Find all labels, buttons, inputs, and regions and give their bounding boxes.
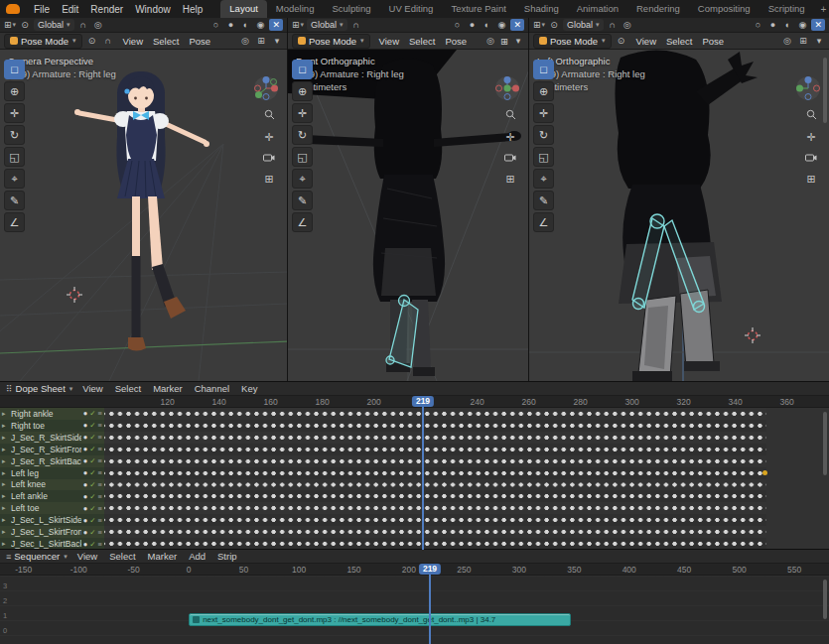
keyframe-area[interactable] (104, 408, 829, 550)
dope-menu-item-marker[interactable]: Marker (147, 383, 189, 394)
viewport-canvas-front[interactable]: Front Orthographic (219) Armature : Righ… (288, 50, 528, 381)
channel-lock-icon[interactable]: ≡ (98, 528, 102, 537)
zoom-icon[interactable] (805, 109, 817, 122)
channel-row-j-sec-r-skirtfront[interactable]: ▸J_Sec_R_SkirtFront●✓≡ (0, 444, 104, 455)
wireframe-character[interactable] (288, 50, 528, 381)
measure-tool[interactable]: ∠ (533, 212, 554, 232)
workspace-tab-layout[interactable]: Layout (220, 0, 267, 18)
expand-icon[interactable]: ▸ (2, 446, 9, 453)
keyframe-row[interactable] (104, 526, 766, 538)
viewport-canvas-left[interactable]: Left Orthographic (219) Armature : Right… (529, 50, 829, 381)
annotate-tool[interactable]: ✎ (533, 191, 554, 210)
shading-solid-icon[interactable]: ● (466, 19, 478, 31)
channel-row-j-sec-r-skirtback[interactable]: ▸J_Sec_R_SkirtBack●✓≡ (0, 455, 104, 467)
overlays-icon[interactable]: ◎ (239, 35, 251, 47)
shading-render-icon[interactable]: ◉ (796, 19, 808, 31)
viewport-scrollbar[interactable] (823, 58, 827, 123)
shading-material-icon[interactable]: ◐ (481, 19, 492, 31)
keyed-state-icon[interactable]: ● (83, 421, 88, 430)
menu-item-help[interactable]: Help (177, 2, 209, 17)
dope-menu-item-select[interactable]: Select (109, 383, 147, 394)
channel-enable-checkbox[interactable]: ✓ (89, 445, 95, 453)
gizmo-toggle-icon[interactable]: ⊙ (548, 19, 560, 31)
channel-enable-checkbox[interactable]: ✓ (89, 456, 95, 465)
shading-render-icon[interactable]: ◉ (495, 19, 507, 31)
channel-row-j-sec-l-skirtfront[interactable]: ▸J_Sec_L_SkirtFront●✓≡ (0, 526, 104, 538)
expand-icon[interactable]: ▸ (2, 528, 9, 536)
sequencer-menu-item-strip[interactable]: Strip (211, 551, 243, 562)
move-tool[interactable]: ✛ (533, 103, 554, 123)
expand-icon[interactable]: ▸ (2, 434, 9, 442)
channel-lock-icon[interactable]: ≡ (98, 480, 102, 489)
keyframe-row[interactable] (104, 408, 766, 420)
pan-icon[interactable]: ✛ (263, 132, 275, 143)
rotate-tool[interactable]: ↻ (4, 125, 25, 145)
ortho-toggle-icon[interactable]: ⊞ (805, 174, 817, 185)
channel-enable-checkbox[interactable]: ✓ (89, 409, 95, 418)
ortho-toggle-icon[interactable]: ⊞ (263, 174, 275, 185)
keyframe-row[interactable] (104, 479, 766, 491)
viewport-menu-item-select[interactable]: Select (404, 36, 440, 47)
keyed-state-icon[interactable]: ● (83, 433, 88, 442)
proportional-icon[interactable]: ◎ (622, 19, 633, 31)
viewport-menu-item-select[interactable]: Select (661, 36, 697, 47)
channel-lock-icon[interactable]: ≡ (98, 540, 102, 549)
channel-enable-checkbox[interactable]: ✓ (89, 540, 95, 549)
measure-tool[interactable]: ∠ (4, 212, 25, 232)
channel-lock-icon[interactable]: ≡ (98, 445, 102, 453)
keyframe-row[interactable] (104, 432, 766, 444)
seq-current-frame-badge[interactable]: 219 (419, 564, 441, 575)
dope-scrollbar[interactable] (823, 412, 827, 475)
shading-wireframe-icon[interactable]: ○ (209, 19, 221, 31)
select-box-tool[interactable]: □ (533, 60, 554, 79)
transform-pivot-icon[interactable]: ⊙ (86, 35, 98, 47)
channel-row-left-ankle[interactable]: ▸Left ankle●✓≡ (0, 490, 104, 502)
seq-playhead[interactable] (429, 574, 431, 644)
pan-icon[interactable]: ✛ (504, 132, 516, 143)
cursor-tool[interactable]: ⊕ (292, 81, 313, 101)
wireframe-character[interactable] (529, 50, 829, 381)
channel-lock-icon[interactable]: ≡ (98, 433, 102, 442)
sequencer-menu-item-add[interactable]: Add (183, 551, 211, 562)
workspace-tab-texture-paint[interactable]: Texture Paint (442, 0, 514, 18)
keyed-state-icon[interactable]: ● (83, 492, 88, 501)
pan-icon[interactable]: ✛ (805, 132, 817, 143)
expand-icon[interactable]: ▸ (2, 504, 9, 512)
cursor-tool[interactable]: ⊕ (533, 81, 554, 101)
header-chevron-icon[interactable]: ▾ (512, 35, 524, 47)
orientation-dropdown[interactable]: Global▾ (563, 19, 604, 31)
snap-magnet-icon[interactable]: ∩ (350, 19, 362, 31)
seq-body[interactable]: next_somebody_dont_get_dont.mp3 : //next… (0, 576, 829, 644)
keyframe-row[interactable] (104, 420, 766, 432)
cursor-3d-icon[interactable] (67, 287, 82, 303)
dope-menu-item-view[interactable]: View (76, 383, 108, 394)
keyed-state-icon[interactable]: ● (83, 468, 88, 477)
keyed-state-icon[interactable]: ● (83, 445, 88, 453)
menu-item-render[interactable]: Render (84, 2, 129, 17)
xray-toggle[interactable]: ✕ (510, 19, 524, 31)
editor-type-dropdown[interactable]: ⠿ Dope Sheet ▾ (6, 383, 72, 394)
keyed-state-icon[interactable]: ● (83, 504, 88, 513)
dope-playhead[interactable] (422, 406, 424, 550)
keyframe-row[interactable] (104, 444, 766, 455)
workspace-tab-shading[interactable]: Shading (515, 0, 568, 18)
editor-type-dropdown[interactable]: ≡ Sequencer ▾ (6, 551, 68, 562)
cursor-tool[interactable]: ⊕ (4, 81, 25, 101)
orientation-dropdown[interactable]: Global▾ (34, 19, 74, 31)
dope-current-frame-badge[interactable]: 219 (412, 396, 434, 407)
annotate-tool[interactable]: ✎ (4, 191, 25, 210)
channel-lock-icon[interactable]: ≡ (98, 516, 102, 525)
transform-tool[interactable]: ⌖ (533, 169, 554, 189)
camera-view-icon[interactable] (805, 153, 817, 164)
channel-row-right-toe[interactable]: ▸Right toe●✓≡ (0, 420, 104, 432)
camera-view-icon[interactable] (504, 153, 516, 164)
scale-tool[interactable]: ◱ (533, 147, 554, 167)
gizmo-toggle-icon[interactable]: ⊙ (19, 19, 31, 31)
nav-gizmo[interactable] (253, 75, 279, 103)
keyed-state-icon[interactable]: ● (83, 480, 88, 489)
scale-tool[interactable]: ◱ (292, 147, 313, 167)
channel-enable-checkbox[interactable]: ✓ (89, 433, 95, 442)
select-box-tool[interactable]: □ (4, 60, 25, 79)
workspace-tab-rendering[interactable]: Rendering (627, 0, 689, 18)
zoom-icon[interactable] (504, 109, 516, 122)
